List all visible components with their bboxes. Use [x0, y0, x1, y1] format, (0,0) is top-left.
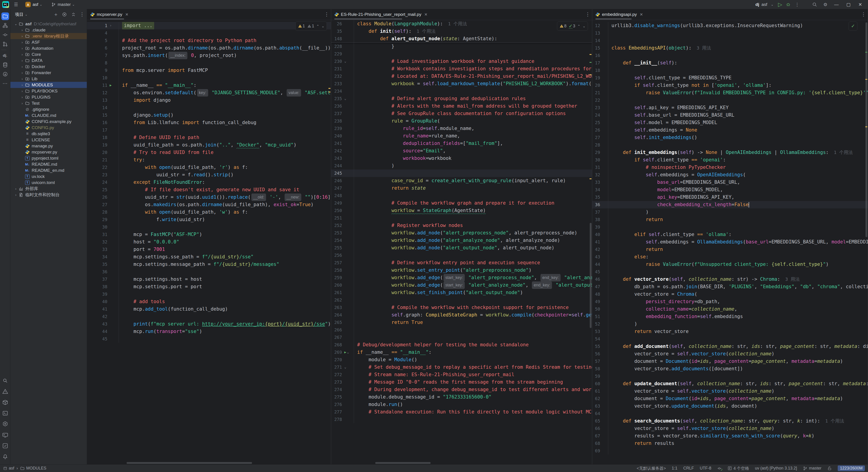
code-line[interactable]: 251: [331, 214, 592, 222]
code-line[interactable]: 231 # Workbook contains investigation st…: [331, 65, 592, 72]
chevron-right-icon[interactable]: ›: [20, 95, 24, 99]
collapse-icon[interactable]: [70, 11, 76, 18]
code-line[interactable]: 265 return True: [331, 319, 592, 326]
tree-item-PLAYBOOKS[interactable]: › PLAYBOOKS: [10, 88, 87, 94]
chevron-right-icon[interactable]: ›: [20, 46, 24, 50]
code-line[interactable]: 33 port = 7001: [87, 246, 331, 253]
structure-icon[interactable]: [1, 22, 9, 29]
code-line[interactable]: 64: [592, 410, 868, 417]
code-line[interactable]: 243 workbook=workbook: [331, 155, 592, 162]
tree-item-ASF[interactable]: › ASF: [10, 39, 87, 45]
sticky-lines[interactable]: 26 class Module(LanggraphModule): 1 个用法 …: [331, 20, 592, 43]
up-inspection-icon[interactable]: ⌃: [316, 22, 319, 30]
code-line[interactable]: 29 def init_embeddings(self) -> None | O…: [592, 149, 868, 156]
project-panel-title[interactable]: 项目: [15, 11, 24, 18]
remote-icon[interactable]: [1, 70, 9, 78]
ok-inspection-icon[interactable]: ✓: [851, 22, 855, 30]
warn-inspection-icon[interactable]: 8: [559, 22, 566, 30]
code-line[interactable]: 261 workflow.set_finish_point("alert_out…: [331, 289, 592, 296]
code-line[interactable]: 268 # Debug/development helper for testi…: [331, 341, 592, 349]
code-line[interactable]: 37 mcp.settings.host = host: [87, 276, 331, 283]
code-line[interactable]: 40 elif self.client_type == 'ollama':: [592, 231, 868, 238]
code-line[interactable]: 15 class EmbeddingsAPI(object): 3 用法: [592, 44, 868, 52]
code-line[interactable]: 22 with open(uuid_file_path, 'r') as f:: [87, 164, 331, 171]
error-stripe-mark[interactable]: [590, 178, 592, 179]
find-icon[interactable]: [1, 377, 9, 384]
code-line[interactable]: 249 # Compile the workflow graph and pre…: [331, 199, 592, 207]
code-line[interactable]: 41 self.embeddings = OllamaEmbeddings(ba…: [592, 238, 868, 246]
code-line[interactable]: 8: [87, 59, 331, 67]
tree-item-README_en.md[interactable]: M↓ README_en.md: [10, 167, 87, 174]
project-widget[interactable]: A asf ⌄: [25, 2, 42, 7]
error-stripe-mark[interactable]: [329, 92, 331, 92]
problems-icon[interactable]: [1, 388, 9, 396]
tree-item-.venv[interactable]: › .venvlibrary根目录: [10, 33, 87, 39]
tab-options-icon[interactable]: ⋮: [585, 9, 590, 20]
status-item-4 个空格[interactable]: 4 个空格: [727, 466, 749, 471]
code-line[interactable]: 236 # Alerts with the same mail_from add…: [331, 102, 592, 110]
tree-item-.claude[interactable]: › .claude: [10, 27, 87, 33]
run-config-name[interactable]: asf: [762, 2, 767, 7]
code-line[interactable]: 234: [331, 88, 592, 95]
code-line[interactable]: 272 # Stream name: ES-Rule-21-Phishing_u…: [331, 371, 592, 378]
code-line[interactable]: 7 sys.path.insert(__index: 0, project_ro…: [87, 52, 331, 59]
status-item-UTF-8[interactable]: UTF-8: [700, 466, 711, 471]
code-line[interactable]: 38 mcp.settings.port = port: [87, 283, 331, 290]
code-line[interactable]: 27 self.init_embeddings(): [592, 134, 868, 141]
code-line[interactable]: 38 return: [592, 216, 868, 223]
code-line[interactable]: 30 if self.client_type == 'openai':: [592, 156, 868, 164]
okwavy-inspection-icon[interactable]: ✓3: [569, 22, 575, 30]
code-line[interactable]: 18: [592, 67, 868, 74]
code-line[interactable]: 256: [331, 252, 592, 259]
tree-item-mcpserver.py[interactable]: mcpserver.py: [10, 149, 87, 155]
status-item-CRLF[interactable]: CRLF: [683, 466, 694, 471]
code-line[interactable]: 230 ⌄ # Load investigation workbook for …: [331, 58, 592, 65]
code-line[interactable]: 148 def alert_output_node(state: AgentSt…: [331, 35, 592, 42]
tab-embeddingsapi.py[interactable]: embeddingsapi.py ✕: [592, 9, 646, 20]
code-line[interactable]: 50 collection_name=collection_name,: [592, 305, 868, 313]
code-line[interactable]: 275 module.debug_message_id = "176233316…: [331, 394, 592, 401]
code-line[interactable]: 274 # During development, change debug_m…: [331, 386, 592, 394]
code-line[interactable]: 21 raise ValueError(f"Invalid EMBEDDINGS…: [592, 89, 868, 97]
code-line[interactable]: 242 source="Email",: [331, 147, 592, 155]
close-icon[interactable]: ✕: [424, 12, 428, 17]
main-menu-icon[interactable]: ☰: [12, 1, 20, 8]
code-line[interactable]: 15 django.setup(): [87, 112, 331, 119]
code-line[interactable]: 13 import django: [87, 97, 331, 104]
code-line[interactable]: 277 # Standalone execution: Run this fil…: [331, 408, 592, 416]
packages-icon[interactable]: [1, 399, 9, 406]
code-line[interactable]: 19 self.client_type = EMBEDDINGS_TYPE: [592, 74, 868, 82]
code-line[interactable]: 45: [87, 335, 331, 343]
status-item-MODULES[interactable]: MODULES: [20, 466, 46, 471]
code-line[interactable]: 25 # If file doesn't exist, generate new…: [87, 186, 331, 193]
fold-gutter-icon[interactable]: ⌄: [344, 95, 346, 102]
code-line[interactable]: 16 from Lib.llmfunc import function_call…: [87, 119, 331, 126]
code-line[interactable]: 17: [87, 126, 331, 134]
fold-gutter-icon[interactable]: ⌄: [347, 349, 349, 356]
code-line[interactable]: 28 with open(uuid_file_path, 'w') as f:: [87, 209, 331, 216]
code-line[interactable]: 39: [87, 290, 331, 298]
kebab-icon[interactable]: ⋮: [80, 11, 85, 18]
code-line[interactable]: 44 raise ValueError(f"Unsupported client…: [592, 261, 868, 268]
code-line[interactable]: 233 workbook = self.load_markdown_templa…: [331, 80, 592, 88]
code-line[interactable]: 45: [592, 268, 868, 276]
code-line[interactable]: 235 ⌄ # Define alert grouping and dedupl…: [331, 95, 592, 102]
status-item-uv (asf) [Python 3.13.2][interactable]: uv (asf) [Python 3.13.2]: [755, 466, 797, 471]
chevron-right-icon[interactable]: ›: [13, 193, 18, 197]
code-line[interactable]: 253 workflow.add_node("alert_preprocess_…: [331, 229, 592, 237]
status-item-1:1[interactable]: 1:1: [672, 466, 677, 471]
close-icon[interactable]: ✕: [125, 12, 128, 17]
error-stripe-mark[interactable]: [590, 54, 592, 55]
plus-icon[interactable]: ＋: [53, 11, 58, 18]
code-line[interactable]: 42: [87, 313, 331, 320]
chevron-right-icon[interactable]: ›: [20, 65, 24, 68]
down-inspection-icon[interactable]: ⌄: [321, 22, 324, 30]
code-line[interactable]: 13: [592, 29, 868, 37]
code-line[interactable]: 264 self.graph: CompiledStateGraph = wor…: [331, 311, 592, 319]
chevron-down-icon[interactable]: ⌄: [13, 22, 18, 26]
code-line[interactable]: 67 results = vector_store.similarity_sea…: [592, 432, 868, 440]
tree-item-pyproject.toml[interactable]: T pyproject.toml: [10, 155, 87, 161]
code-line[interactable]: 259 workflow.add_edge(start_key: "alert_…: [331, 274, 592, 281]
run-gutter-icon[interactable]: ▶: [344, 349, 346, 356]
status-item[interactable]: [827, 466, 832, 471]
